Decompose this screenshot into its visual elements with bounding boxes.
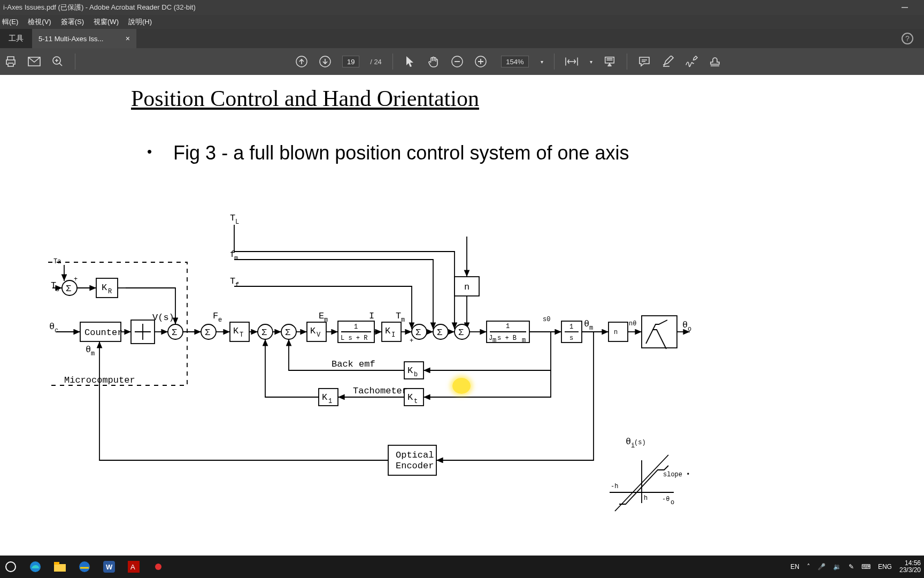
svg-text:Optical: Optical — [396, 450, 434, 460]
cortana-icon[interactable] — [3, 559, 18, 574]
window-minimize-button[interactable] — [902, 7, 908, 8]
zoom-in-icon[interactable] — [474, 55, 487, 68]
toolbar-separator — [392, 54, 393, 70]
comment-icon[interactable] — [638, 55, 651, 68]
svg-text:1: 1 — [354, 323, 358, 331]
volume-icon[interactable]: 🔉 — [833, 563, 841, 571]
document-viewport[interactable]: Position Control and Hand Orientation •F… — [0, 75, 924, 556]
svg-text:slope •: slope • — [663, 471, 690, 478]
svg-text:θ: θ — [626, 437, 631, 447]
language-indicator[interactable]: ENG — [878, 563, 892, 571]
zoom-value[interactable]: 154% — [501, 56, 529, 67]
svg-text:m: m — [324, 316, 328, 324]
svg-text:nθ: nθ — [629, 320, 636, 328]
svg-text:Σ: Σ — [285, 328, 290, 338]
svg-text:m: m — [589, 324, 593, 332]
menu-help[interactable]: 說明(H) — [128, 17, 152, 27]
page-down-icon[interactable] — [319, 55, 332, 68]
svg-text:s0: s0 — [543, 316, 550, 323]
acrobat-icon[interactable]: A — [126, 559, 141, 574]
toolbar-separator — [627, 54, 627, 70]
svg-text:-θ: -θ — [662, 496, 669, 503]
svg-text:1: 1 — [569, 323, 573, 331]
bullet-text: •Fig 3 - a full blown position control s… — [147, 142, 629, 164]
svg-text:s: s — [56, 286, 59, 293]
find-icon[interactable] — [51, 55, 64, 68]
page-heading: Position Control and Hand Orientation — [131, 86, 479, 111]
svg-text:t: t — [414, 398, 418, 405]
ime-indicator[interactable]: EN — [790, 563, 799, 571]
svg-text:K: K — [310, 326, 316, 336]
zoom-dropdown-icon[interactable]: ▾ — [541, 59, 543, 65]
svg-text:Σ: Σ — [261, 328, 267, 338]
tray-chevron-icon[interactable]: ˄ — [807, 563, 810, 571]
svg-text:F: F — [213, 311, 218, 321]
pen-icon[interactable]: ✎ — [849, 563, 854, 571]
svg-rect-76 — [609, 322, 628, 341]
svg-text:+: + — [74, 276, 78, 283]
keyboard-icon[interactable]: ⌨ — [861, 563, 871, 571]
stamp-icon[interactable] — [709, 55, 721, 68]
svg-text:-h: -h — [611, 483, 618, 490]
highlight-icon[interactable] — [661, 55, 674, 68]
ie-icon[interactable] — [77, 559, 92, 574]
svg-rect-108 — [54, 564, 66, 572]
tab-home[interactable]: 工具 — [0, 29, 32, 48]
svg-text:n: n — [614, 329, 618, 336]
email-icon[interactable] — [28, 55, 41, 68]
svg-text:+: + — [410, 337, 413, 345]
tab-document[interactable]: 5-11 Multi-Axes Iss... × — [32, 29, 136, 48]
svg-text:m: m — [522, 337, 526, 344]
tab-close-icon[interactable]: × — [126, 34, 130, 43]
svg-text:Σ: Σ — [172, 328, 177, 338]
cursor-highlight — [452, 378, 471, 394]
clock[interactable]: 14:56 23/3/20 — [899, 560, 921, 574]
menu-edit[interactable]: 輯(E) — [2, 17, 18, 27]
fit-width-icon[interactable] — [565, 55, 578, 68]
block-diagram: .bl { fill:#fff; stroke:#000; stroke-wid… — [43, 171, 877, 519]
fit-dropdown-icon[interactable]: ▾ — [590, 59, 592, 65]
toolbar: / 24 154% ▾ ▾ — [0, 48, 924, 75]
word-icon[interactable]: W — [102, 559, 117, 574]
svg-text:Tachometer: Tachometer — [353, 386, 407, 396]
svg-point-106 — [6, 562, 16, 572]
svg-text:o: o — [688, 325, 691, 333]
svg-point-115 — [155, 564, 161, 570]
select-tool-icon[interactable] — [404, 55, 417, 68]
menu-sign[interactable]: 簽署(S) — [61, 17, 84, 27]
taskbar[interactable]: W A EN ˄ 🎤 🔉 ✎ ⌨ ENG 14:56 23/3/20 — [0, 556, 924, 578]
sign-icon[interactable] — [685, 55, 698, 68]
system-tray[interactable]: EN ˄ 🎤 🔉 ✎ ⌨ ENG 14:56 23/3/20 — [790, 560, 921, 574]
svg-text:s: s — [569, 334, 573, 342]
help-icon[interactable]: ? — [902, 33, 913, 44]
svg-text:Back emf: Back emf — [332, 359, 375, 369]
zoom-out-icon[interactable] — [451, 55, 464, 68]
print-icon[interactable] — [4, 55, 17, 68]
recording-icon[interactable] — [151, 559, 166, 574]
svg-text:T: T — [230, 213, 235, 223]
svg-text:θ: θ — [682, 320, 688, 330]
file-explorer-icon[interactable] — [52, 559, 67, 574]
svg-text:Σ: Σ — [415, 328, 421, 338]
page-up-icon[interactable] — [295, 55, 308, 68]
svg-rect-79 — [642, 316, 677, 348]
edge-icon[interactable] — [28, 559, 43, 574]
menu-window[interactable]: 視窗(W) — [94, 17, 119, 27]
svg-text:L s + R: L s + R — [341, 334, 367, 342]
svg-text:f: f — [235, 282, 239, 289]
svg-text:Σ: Σ — [205, 328, 210, 338]
tabbar: 工具 5-11 Multi-Axes Iss... × ? — [0, 29, 924, 48]
tab-document-label: 5-11 Multi-Axes Iss... — [38, 35, 103, 43]
read-mode-icon[interactable] — [603, 55, 616, 68]
svg-text:T: T — [240, 331, 243, 339]
svg-text:I: I — [369, 311, 374, 321]
svg-text:I: I — [391, 331, 395, 339]
microphone-icon[interactable]: 🎤 — [818, 563, 826, 571]
svg-text:s + B: s + B — [497, 334, 517, 342]
page-number-input[interactable] — [342, 56, 359, 67]
hand-tool-icon[interactable] — [427, 55, 440, 68]
menu-view[interactable]: 檢視(V) — [28, 17, 51, 27]
svg-text:K: K — [233, 326, 239, 336]
svg-text:K: K — [102, 283, 107, 293]
svg-text:A: A — [130, 563, 135, 571]
